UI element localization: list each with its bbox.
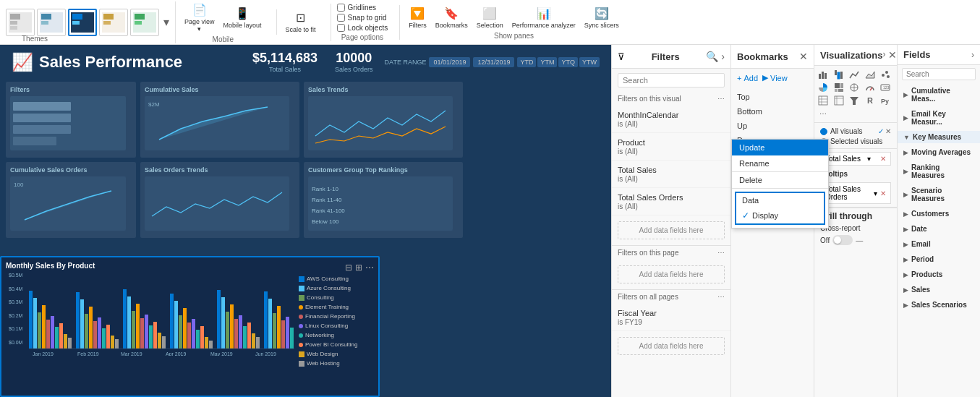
drill-toggle: Off — [820,235,891,245]
fields-expand-icon[interactable]: › [971,50,974,60]
filter-expand-icon[interactable]: › [721,51,725,62]
filter-search-input[interactable] [618,73,725,87]
snap-to-grid-checkbox[interactable]: Snap to grid [337,14,388,22]
performance-analyzer-btn[interactable]: 📊 Performance analyzer [509,5,579,30]
viz-table-icon[interactable] [817,95,829,106]
viz-line-chart-icon[interactable] [848,69,860,80]
theme-card-2[interactable] [37,9,66,36]
theme-card-1[interactable] [6,9,35,36]
add-data-all-btn[interactable]: Add data fields here [618,337,725,355]
field-group-sales-header[interactable]: ▶ Sales [898,283,980,296]
field-group-email-header[interactable]: ▶ Email [898,238,980,250]
bookmark-item-top[interactable]: Top [731,90,814,104]
viz-scatter-icon[interactable] [879,69,891,80]
scope-all-radio[interactable] [820,128,827,135]
add-data-visual-btn[interactable]: Add data fields here [618,221,725,239]
toggle-track[interactable] [832,235,853,245]
theme-card-3[interactable] [68,9,97,36]
mobile-layout-btn[interactable]: 📱 Mobile layout [221,5,265,30]
ctx-update-btn[interactable]: Update [732,140,828,155]
scope-all-controls: ✓ ✕ [878,127,891,135]
filters-btn[interactable]: 🔽 Filters [406,5,430,30]
viz-area-chart-icon[interactable] [864,69,876,80]
field-group-date-header[interactable]: ▶ Date [898,223,980,235]
field-group-products-header[interactable]: ▶ Products [898,268,980,281]
date-from-btn[interactable]: 01/01/2019 [429,57,470,67]
svg-rect-58 [149,325,153,349]
chart-expand-icon[interactable]: ⊞ [355,262,362,273]
bookmark-item-up[interactable]: Up [731,119,814,133]
add-data-page-btn[interactable]: Add data fields here [618,265,725,283]
bookmark-view-btn[interactable]: ▶ View [762,73,788,82]
viz-bar-chart-icon[interactable] [817,69,829,80]
viz-treemap-icon[interactable] [833,82,845,93]
filters-all-pages-more[interactable]: ⋯ [717,293,725,301]
filter-search-icon[interactable]: 🔍 [706,51,718,62]
viz-py-icon[interactable]: Py [879,95,891,106]
fields-search-input[interactable] [902,68,976,80]
field-group-ranking-header[interactable]: ▶ Ranking Measures [898,161,980,182]
ctx-data-item[interactable]: Data [736,193,824,208]
scale-to-fit-btn[interactable]: ⊡ Scale to fit [283,9,319,35]
total-sales-dropdown[interactable]: Total Sales ▾ ✕ [820,152,891,166]
bookmarks-btn[interactable]: 🔖 Bookmarks [433,5,471,30]
viz-matrix-icon[interactable] [833,95,845,106]
field-group-moving-avg-header[interactable]: ▶ Moving Averages [898,146,980,158]
page-view-btn[interactable]: 📄 Page view ▾ [182,1,218,34]
themes-label: Themes [22,35,48,43]
scope-selected-visuals[interactable]: Selected visuals [820,137,891,145]
ytm-btn[interactable]: YTM [537,57,557,67]
svg-rect-65 [183,308,187,349]
field-group-key-measures-header[interactable]: ▼ Key Measures [898,131,980,143]
selection-btn[interactable]: ⬜ Selection [474,5,506,30]
scope-all-x-icon[interactable]: ✕ [885,127,891,135]
field-group-scenario-header[interactable]: ▶ Scenario Measures [898,184,980,205]
sync-slicers-btn[interactable]: 🔄 Sync slicers [581,5,622,30]
filter-search-area [612,69,730,92]
filters-panel: ⊽ Filters 🔍 › Filters on this visual ⋯ M… [611,45,730,397]
filters-on-page-more[interactable]: ⋯ [717,249,725,257]
gridlines-checkbox[interactable]: Gridlines [337,4,388,12]
viz-gauge-icon[interactable] [864,82,876,93]
date-to-btn[interactable]: 12/31/2019 [473,57,514,67]
field-group-email-key-header[interactable]: ▶ Email Key Measur... [898,108,980,128]
ytd-btn[interactable]: YTD [517,57,536,67]
theme-card-4[interactable] [99,9,128,36]
lock-objects-checkbox[interactable]: Lock objects [337,24,388,32]
themes-expand-btn[interactable]: ▾ [163,15,169,29]
svg-line-121 [870,87,872,90]
ytw-btn[interactable]: YTW [579,57,600,67]
scope-all-visuals[interactable]: All visuals [820,127,862,135]
ctx-delete-btn[interactable]: Delete [732,172,828,188]
ctx-rename-btn[interactable]: Rename [732,155,828,171]
viz-card-icon[interactable]: 123 [879,82,891,93]
bookmarks-close-btn[interactable]: ✕ [799,51,808,62]
viz-more-icon[interactable]: ⋯ [817,108,829,119]
total-sales-remove-icon[interactable]: ✕ [880,155,886,163]
viz-column-chart-icon[interactable] [833,69,845,80]
ctx-display-item[interactable]: ✓ Display [736,208,824,223]
chart-more-icon[interactable]: ⋯ [365,262,374,273]
viz-pie-icon[interactable] [817,82,829,93]
tooltips-remove-icon[interactable]: ✕ [880,189,886,197]
field-group-cumulative-header[interactable]: ▶ Cumulative Meas... [898,85,980,105]
filters-on-visual-more[interactable]: ⋯ [717,95,725,103]
viz-expand-icon[interactable]: › [882,49,885,61]
field-group-customers-header[interactable]: ▶ Customers [898,208,980,220]
svg-rect-67 [192,319,195,349]
tooltips-dropdown[interactable]: Total Sales Orders ▾ ✕ [820,182,891,204]
viz-map-icon[interactable] [848,82,860,93]
ytq-btn[interactable]: YTQ [558,57,578,67]
viz-r-icon[interactable]: R [864,95,876,106]
viz-funnel-icon[interactable] [848,95,860,106]
field-group-period-header[interactable]: ▶ Period [898,253,980,265]
scope-all-check-icon[interactable]: ✓ [878,127,884,135]
field-group-sales-scenarios-header[interactable]: ▶ Sales Scenarios [898,299,980,311]
bookmark-add-btn[interactable]: + Add [737,73,758,82]
chart-filter-icon[interactable]: ⊟ [345,262,352,273]
svg-rect-40 [64,334,67,349]
viz-close-btn[interactable]: ✕ [888,49,897,61]
theme-card-5[interactable] [130,9,159,36]
svg-rect-19 [13,125,71,134]
bookmark-item-bottom[interactable]: Bottom [731,104,814,119]
